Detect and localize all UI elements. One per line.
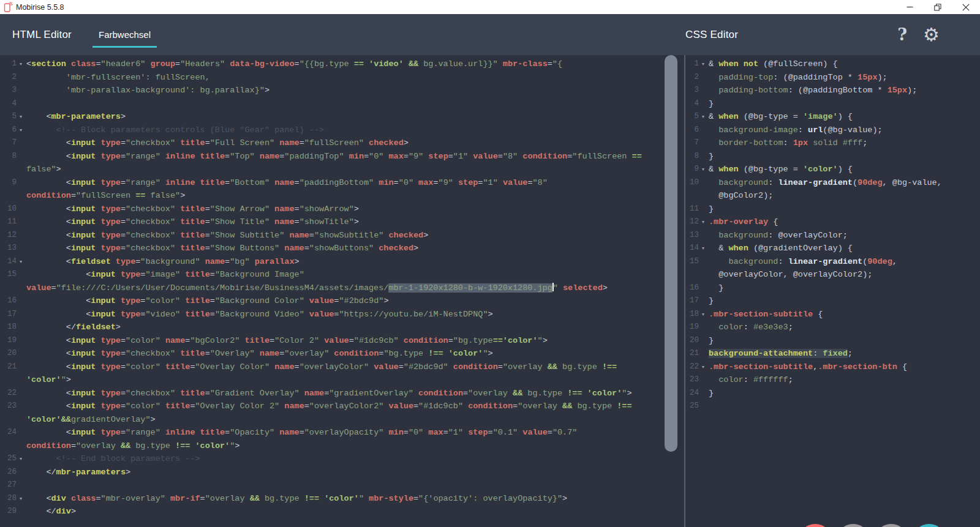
close-button[interactable] bbox=[952, 0, 980, 14]
code-line: 3 padding-bottom: (@paddingBottom * 15px… bbox=[685, 84, 980, 97]
fold-arrow-placeholder bbox=[699, 255, 707, 269]
header-icons: ? ⚙ bbox=[897, 26, 980, 44]
code-line: 14▾ <fieldset type="background" name="bg… bbox=[0, 255, 684, 269]
code-text: <input type="range" inline title="Top" n… bbox=[26, 150, 642, 176]
line-number: 28▾ bbox=[0, 492, 26, 506]
code-line: 19 <input type="color" name="bgColor2" t… bbox=[0, 334, 684, 348]
fold-arrow-placeholder bbox=[699, 387, 707, 400]
code-text: .mbr-overlay { bbox=[709, 215, 778, 229]
code-line: 9▾& when (@bg-type = 'color') { bbox=[685, 163, 980, 176]
fold-arrow-icon[interactable]: ▾ bbox=[17, 492, 25, 506]
code-text: <section class="header6" group="Headers"… bbox=[26, 58, 562, 71]
fold-arrow-placeholder bbox=[17, 176, 25, 190]
code-line: 12 <input type="checkbox" title="Show Su… bbox=[0, 229, 684, 242]
fold-arrow-placeholder bbox=[17, 308, 25, 321]
fold-arrow-placeholder bbox=[699, 84, 707, 97]
code-text: <input type="checkbox" title="Gradient O… bbox=[26, 387, 632, 400]
code-line: 5▾& when (@bg-type = 'image') { bbox=[685, 110, 980, 124]
line-number: 24 bbox=[685, 387, 709, 400]
code-line: 14▾ & when (@gradientOverlay) { bbox=[685, 242, 980, 255]
code-line: 4} bbox=[685, 97, 980, 111]
line-number: 21 bbox=[0, 361, 26, 374]
code-text: <!-- Block parameters controls (Blue "Ge… bbox=[26, 124, 324, 137]
redo-button[interactable] bbox=[875, 524, 908, 527]
html-editor-title: HTML Editor bbox=[12, 29, 72, 41]
apply-button[interactable] bbox=[913, 524, 946, 527]
fold-arrow-placeholder bbox=[17, 387, 25, 400]
minimize-button[interactable] bbox=[895, 0, 924, 14]
fold-arrow-placeholder bbox=[699, 203, 707, 216]
code-text: <mbr-parameters> bbox=[26, 110, 126, 124]
code-line: 24 <input type="range" inline title="Opa… bbox=[0, 426, 684, 452]
code-text: <input type="checkbox" title="Show Title… bbox=[26, 215, 359, 229]
code-line: 21background-attachment: fixed; bbox=[685, 347, 980, 361]
fold-arrow-placeholder bbox=[17, 215, 25, 229]
fold-arrow-icon[interactable]: ▾ bbox=[699, 58, 707, 71]
code-line: 10 background: linear-gradient(90deg, @b… bbox=[685, 176, 980, 203]
line-number: 1▾ bbox=[685, 58, 709, 71]
gear-icon[interactable]: ⚙ bbox=[923, 26, 940, 44]
css-editor-title: CSS Editor bbox=[685, 29, 738, 41]
fold-arrow-placeholder bbox=[699, 334, 707, 348]
restore-button[interactable] bbox=[924, 0, 952, 14]
fold-arrow-placeholder bbox=[17, 321, 25, 334]
line-number: 13 bbox=[0, 242, 26, 255]
fold-arrow-placeholder bbox=[17, 268, 25, 282]
titlebar: Mobirise 5.5.8 bbox=[0, 0, 980, 14]
code-line: 22▾.mbr-section-subtitle,.mbr-section-bt… bbox=[685, 361, 980, 374]
fold-arrow-placeholder bbox=[699, 124, 707, 137]
fold-arrow-icon[interactable]: ▾ bbox=[17, 58, 25, 71]
line-number: 3 bbox=[685, 84, 709, 97]
fold-arrow-placeholder bbox=[17, 479, 25, 492]
fold-arrow-icon[interactable]: ▾ bbox=[17, 110, 25, 124]
vertical-scrollbar[interactable] bbox=[665, 55, 677, 452]
code-line: 17} bbox=[685, 294, 980, 308]
line-number: 15 bbox=[0, 268, 26, 282]
fold-arrow-placeholder bbox=[17, 242, 25, 255]
line-number: 10 bbox=[0, 203, 26, 216]
close-x-icon bbox=[799, 524, 832, 527]
code-text: .mbr-section-subtitle { bbox=[709, 308, 823, 321]
code-line: 16 <input type="color" title="Background… bbox=[0, 294, 684, 308]
code-line: 2 'mbr-fullscreen': fullScreen, bbox=[0, 71, 684, 84]
fold-arrow-icon[interactable]: ▾ bbox=[699, 308, 707, 321]
fold-arrow-icon[interactable]: ▾ bbox=[17, 452, 25, 466]
code-text: <input type="video" title="Background Vi… bbox=[26, 308, 493, 321]
code-line: 1▾<section class="header6" group="Header… bbox=[0, 58, 684, 71]
code-line: 15 <input type="image" title="Background… bbox=[0, 268, 684, 294]
fold-arrow-icon[interactable]: ▾ bbox=[699, 215, 707, 229]
line-number: 17 bbox=[0, 308, 26, 321]
fold-arrow-icon[interactable]: ▾ bbox=[699, 163, 707, 176]
fold-arrow-icon[interactable]: ▾ bbox=[17, 124, 25, 137]
fold-arrow-icon[interactable]: ▾ bbox=[699, 110, 707, 124]
line-number: 19 bbox=[0, 334, 26, 348]
fold-arrow-placeholder bbox=[17, 505, 25, 518]
discard-button[interactable] bbox=[799, 524, 832, 527]
line-number: 14▾ bbox=[0, 255, 26, 269]
fold-arrow-placeholder bbox=[17, 150, 25, 163]
undo-button[interactable] bbox=[837, 524, 870, 527]
html-code-editor[interactable]: 1▾<section class="header6" group="Header… bbox=[0, 55, 684, 527]
code-text: padding-bottom: (@paddingBottom * 15px); bbox=[709, 84, 917, 97]
code-text: } bbox=[709, 150, 714, 163]
fold-arrow-icon[interactable]: ▾ bbox=[699, 242, 707, 255]
line-number: 8 bbox=[685, 150, 709, 163]
fold-arrow-placeholder bbox=[17, 334, 25, 348]
help-icon[interactable]: ? bbox=[897, 26, 907, 43]
fold-arrow-icon[interactable]: ▾ bbox=[699, 361, 707, 374]
fold-arrow-placeholder bbox=[699, 97, 707, 111]
header-left: HTML Editor Farbwechsel bbox=[0, 14, 685, 55]
fold-arrow-placeholder bbox=[17, 347, 25, 361]
code-text: <input type="color" title="Background Co… bbox=[26, 294, 388, 308]
fold-arrow-placeholder bbox=[699, 150, 707, 163]
fold-arrow-icon[interactable]: ▾ bbox=[17, 255, 25, 269]
fold-arrow-placeholder bbox=[17, 361, 25, 374]
line-number: 7 bbox=[0, 136, 26, 150]
line-number: 13 bbox=[685, 229, 709, 242]
line-number: 26 bbox=[0, 466, 26, 479]
code-line: 7 <input type="checkbox" title="Full Scr… bbox=[0, 136, 684, 150]
css-code-editor[interactable]: 1▾& when not (@fullScreen) {2 padding-to… bbox=[685, 55, 980, 527]
tab-farbwechsel[interactable]: Farbwechsel bbox=[92, 14, 157, 55]
fold-arrow-placeholder bbox=[17, 426, 25, 439]
code-text: background-attachment: fixed; bbox=[709, 347, 853, 361]
